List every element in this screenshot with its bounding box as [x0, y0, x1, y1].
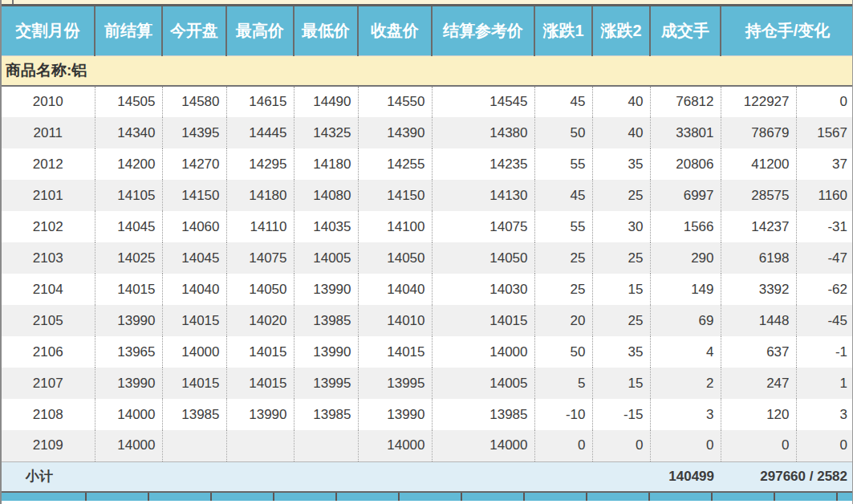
cell-change2: 15 [592, 274, 650, 305]
cell-open-interest-change: -47 [796, 242, 853, 274]
cell-high [226, 430, 294, 461]
cell-open: 14040 [162, 274, 226, 305]
cell-settlement-ref: 14000 [432, 430, 534, 461]
cell-volume: 3 [650, 399, 721, 430]
futures-quotes-table: 交割月份 前结算 今开盘 最高价 最低价 收盘价 结算参考价 涨跌1 涨跌2 成… [2, 6, 853, 493]
cell-open [162, 430, 226, 461]
cell-open-interest-change: 1160 [796, 180, 853, 211]
daily-quotes-screen: 交割月份 前结算 今开盘 最高价 最低价 收盘价 结算参考价 涨跌1 涨跌2 成… [0, 0, 853, 504]
cell-open: 14015 [162, 305, 226, 336]
cell-change1: 45 [534, 180, 592, 211]
cell-low: 14180 [294, 148, 358, 180]
col-header-change1: 涨跌1 [534, 6, 592, 55]
cell-change2: -15 [592, 399, 650, 430]
cell-prev-settlement: 14340 [95, 117, 162, 148]
cell-low: 14080 [294, 180, 358, 211]
cell-volume: 149 [650, 274, 721, 305]
cell-open-interest-change: 1 [796, 368, 853, 399]
cell-volume: 6997 [650, 180, 721, 211]
cell-close: 14255 [358, 148, 432, 180]
cell-open-interest-change: 0 [796, 86, 853, 117]
cell-open: 14580 [162, 86, 226, 117]
cell-prev-settlement: 14105 [95, 180, 162, 211]
cell-high: 14295 [226, 148, 294, 180]
next-table-header-edge [2, 493, 852, 501]
cell-open-interest: 78679 [721, 117, 796, 148]
cell-prev-settlement: 14505 [95, 86, 162, 117]
cell-open-interest: 122927 [721, 86, 796, 117]
cell-change1: 25 [534, 242, 592, 274]
cell-volume: 2 [650, 368, 721, 399]
cell-high: 13990 [226, 399, 294, 430]
col-header-change2: 涨跌2 [592, 6, 650, 55]
col-header-low: 最低价 [294, 6, 358, 55]
cell-change1: 45 [534, 86, 592, 117]
cell-change1: 55 [534, 148, 592, 180]
cell-change2: 0 [592, 430, 650, 461]
col-header-open-interest-change: 持仓手/变化 [721, 6, 853, 55]
cell-open-interest-change: 37 [796, 148, 853, 180]
cell-low: 14035 [294, 211, 358, 242]
cell-change2: 15 [592, 368, 650, 399]
cell-volume: 76812 [650, 86, 721, 117]
contract-row: 2010 14505 14580 14615 14490 14550 14545… [2, 86, 853, 117]
cell-settlement-ref: 14015 [432, 305, 534, 336]
subtotal-label: 小计 [2, 461, 95, 492]
cell-open-interest: 247 [721, 368, 796, 399]
cell-volume: 1566 [650, 211, 721, 242]
cell-open-interest: 3392 [721, 274, 796, 305]
cell-open-interest-change: 3 [796, 399, 853, 430]
cell-open-interest: 0 [721, 430, 796, 461]
cell-low: 14325 [294, 117, 358, 148]
cell-settlement-ref: 14075 [432, 211, 534, 242]
cell-high: 14020 [226, 305, 294, 336]
cell-volume: 0 [650, 430, 721, 461]
cell-open-interest: 120 [721, 399, 796, 430]
cell-close: 14550 [358, 86, 432, 117]
contract-row: 2103 14025 14045 14075 14005 14050 14050… [2, 242, 853, 274]
cell-close: 14050 [358, 242, 432, 274]
contract-row: 2012 14200 14270 14295 14180 14255 14235… [2, 148, 853, 180]
cell-delivery-month: 2105 [2, 305, 95, 336]
cell-change1: 25 [534, 274, 592, 305]
cell-delivery-month: 2106 [2, 336, 95, 368]
cell-open: 14060 [162, 211, 226, 242]
subtotal-row: 小计 140499 297660 / 2582 [2, 461, 853, 492]
cell-delivery-month: 2101 [2, 180, 95, 211]
cell-change1: 20 [534, 305, 592, 336]
cell-change2: 40 [592, 117, 650, 148]
cell-settlement-ref: 14030 [432, 274, 534, 305]
cell-close: 14000 [358, 430, 432, 461]
cell-low [294, 430, 358, 461]
contract-row: 2108 14000 13985 13990 13985 13990 13985… [2, 399, 853, 430]
cell-close: 14150 [358, 180, 432, 211]
cell-close: 14015 [358, 336, 432, 368]
cell-low: 14005 [294, 242, 358, 274]
col-header-open: 今开盘 [162, 6, 226, 55]
cell-prev-settlement: 13990 [95, 368, 162, 399]
commodity-name-row: 商品名称:铝 [2, 55, 853, 86]
cell-open-interest: 637 [721, 336, 796, 368]
cell-settlement-ref: 14380 [432, 117, 534, 148]
cell-high: 14075 [226, 242, 294, 274]
cell-volume: 20806 [650, 148, 721, 180]
cell-open: 14045 [162, 242, 226, 274]
cell-change2: 35 [592, 336, 650, 368]
cell-open-interest: 41200 [721, 148, 796, 180]
cell-low: 13990 [294, 274, 358, 305]
cell-volume: 69 [650, 305, 721, 336]
col-header-high: 最高价 [226, 6, 294, 55]
cell-open-interest-change: -31 [796, 211, 853, 242]
cell-close: 13995 [358, 368, 432, 399]
contract-row: 2107 13990 14015 14015 13995 13995 14005… [2, 368, 853, 399]
cell-low: 13990 [294, 336, 358, 368]
cell-open: 14395 [162, 117, 226, 148]
cell-delivery-month: 2108 [2, 399, 95, 430]
cell-settlement-ref: 14545 [432, 86, 534, 117]
cell-change1: 5 [534, 368, 592, 399]
previous-table-column-line [12, 0, 14, 4]
subtotal-open-interest-change: 297660 / 2582 [721, 461, 853, 492]
cell-open-interest-change: -45 [796, 305, 853, 336]
cell-open-interest: 28575 [721, 180, 796, 211]
cell-change2: 40 [592, 86, 650, 117]
